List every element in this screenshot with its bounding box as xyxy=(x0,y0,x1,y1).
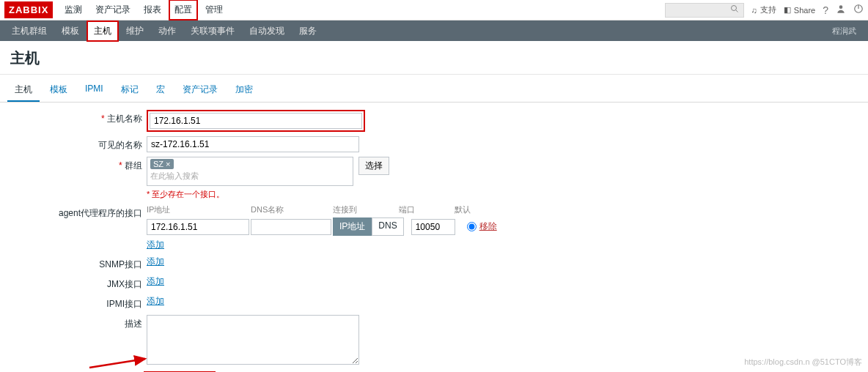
hdr-ip: IP地址 xyxy=(147,204,249,215)
subnav-hosts[interactable]: 主机 xyxy=(87,21,119,42)
subnav-templates[interactable]: 模板 xyxy=(54,21,87,42)
description-textarea[interactable] xyxy=(147,315,359,365)
remove-tag-icon[interactable]: × xyxy=(166,160,170,168)
topnav-monitoring[interactable]: 监测 xyxy=(59,0,88,21)
add-jmx-link[interactable]: 添加 xyxy=(147,276,164,286)
agent-iface-label: agent代理程序的接口 xyxy=(7,204,147,220)
support-link[interactable]: ♫ 支持 xyxy=(751,4,776,15)
top-nav: 监测 资产记录 报表 配置 管理 xyxy=(59,0,229,21)
connect-dns-toggle[interactable]: DNS xyxy=(372,217,403,236)
help-icon[interactable]: ? xyxy=(823,4,828,16)
subnav-actions[interactable]: 动作 xyxy=(151,21,183,42)
remove-iface-link[interactable]: 移除 xyxy=(479,220,497,233)
default-radio[interactable] xyxy=(467,222,477,231)
subnav-services[interactable]: 服务 xyxy=(292,21,324,42)
page-title: 主机 xyxy=(0,41,868,75)
svg-point-0 xyxy=(731,6,736,11)
groups-label: 群组 xyxy=(7,157,147,172)
visiblename-label: 可见的名称 xyxy=(7,136,147,152)
topnav-inventory[interactable]: 资产记录 xyxy=(89,0,136,21)
select-groups-button[interactable]: 选择 xyxy=(358,157,389,175)
hdr-default: 默认 xyxy=(455,204,471,215)
jmx-label: JMX接口 xyxy=(7,275,147,291)
hostname-label: 主机名称 xyxy=(7,110,147,125)
add-ipmi-link[interactable]: 添加 xyxy=(147,296,164,306)
description-label: 描述 xyxy=(7,315,147,330)
subnav-discovery[interactable]: 自动发现 xyxy=(242,21,292,42)
add-snmp-link[interactable]: 添加 xyxy=(147,256,164,267)
topnav-administration[interactable]: 管理 xyxy=(199,0,229,21)
hdr-dns: DNS名称 xyxy=(251,204,331,215)
tab-ipmi[interactable]: IPMI xyxy=(78,79,111,102)
tab-tags[interactable]: 标记 xyxy=(114,79,146,102)
hostname-input[interactable] xyxy=(150,113,362,129)
groups-placeholder: 在此输入搜索 xyxy=(150,171,350,182)
port-input[interactable] xyxy=(411,219,455,235)
share-icon: ◧ xyxy=(784,5,791,15)
tab-templates[interactable]: 模板 xyxy=(43,79,75,102)
form-tabs: 主机 模板 IPMI 标记 宏 资产记录 加密 xyxy=(0,75,868,103)
tab-host[interactable]: 主机 xyxy=(7,79,40,102)
subnav-maintenance[interactable]: 维护 xyxy=(119,21,151,42)
hdr-port: 端口 xyxy=(399,204,443,215)
tab-macros[interactable]: 宏 xyxy=(149,79,172,102)
logout-icon[interactable] xyxy=(853,4,864,16)
search-input[interactable] xyxy=(665,3,744,18)
tab-inventory[interactable]: 资产记录 xyxy=(175,79,225,102)
visiblename-input[interactable] xyxy=(147,136,359,152)
share-link[interactable]: ◧ Share xyxy=(784,5,815,15)
dns-input[interactable] xyxy=(251,219,331,235)
hdr-conn: 连接到 xyxy=(333,204,391,215)
interface-hint: * 至少存在一个接口。 xyxy=(147,189,389,200)
subnav-hostgroups[interactable]: 主机群组 xyxy=(4,21,54,42)
logo: ZABBIX xyxy=(4,1,53,18)
svg-line-1 xyxy=(735,10,738,12)
ipmi-label: IPMI接口 xyxy=(7,295,147,310)
ip-input[interactable] xyxy=(147,219,249,235)
groups-multiselect[interactable]: SZ× 在此输入搜索 xyxy=(147,157,353,186)
search-icon xyxy=(730,4,739,15)
sub-nav: 主机群组 模板 主机 维护 动作 关联项事件 自动发现 服务 程润武 xyxy=(0,21,868,41)
tab-encryption[interactable]: 加密 xyxy=(228,79,260,102)
group-tag[interactable]: SZ× xyxy=(150,159,174,169)
user-icon[interactable] xyxy=(836,4,846,16)
topnav-configuration[interactable]: 配置 xyxy=(169,0,198,21)
watermark: https://blog.csdn.n @51CTO博客 xyxy=(744,357,862,368)
svg-point-2 xyxy=(839,5,843,9)
subnav-correlation[interactable]: 关联项事件 xyxy=(183,21,242,42)
connect-ip-toggle[interactable]: IP地址 xyxy=(333,217,372,236)
add-agent-iface-link[interactable]: 添加 xyxy=(147,239,164,250)
topnav-reports[interactable]: 报表 xyxy=(138,0,167,21)
user-name: 程润武 xyxy=(832,26,864,37)
snmp-label: SNMP接口 xyxy=(7,256,147,271)
headset-icon: ♫ xyxy=(751,6,757,15)
